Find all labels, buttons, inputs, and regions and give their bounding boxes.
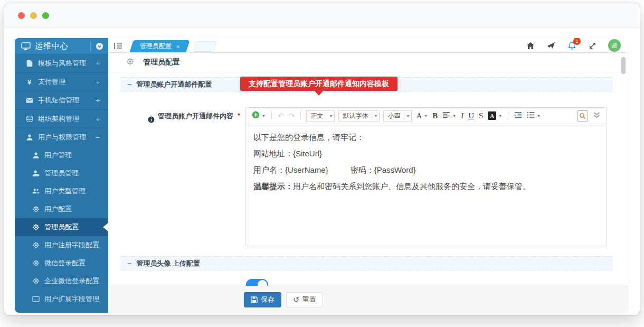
scrollbar-thumb[interactable] xyxy=(621,57,626,74)
chevron-circle-down-icon xyxy=(96,42,103,50)
sidebar-item-label: 用户注册字段配置 xyxy=(44,240,108,250)
sidebar-item-0[interactable]: 模板与风格管理+ xyxy=(15,54,108,72)
home-button[interactable] xyxy=(526,41,535,50)
save-button[interactable]: 保存 xyxy=(244,292,281,307)
sidebar-item-2[interactable]: 手机短信管理+ xyxy=(15,91,108,109)
notifications-button[interactable]: 1 xyxy=(567,41,576,50)
preview-button[interactable] xyxy=(575,110,590,122)
email-content-field-row: 管理员账户开通邮件内容 * ▼↶↷正文▼默认字体▼小四▼A▼B▼IUSA▼▼ 以… xyxy=(108,107,628,246)
italic-button[interactable]: I xyxy=(459,110,465,122)
clear-cache-button[interactable] xyxy=(546,41,556,50)
toggle-knob xyxy=(258,280,267,286)
collapse-icon: − xyxy=(96,134,100,142)
editor-line: 网站地址：{SiteUrl} xyxy=(253,145,599,162)
indent-button[interactable] xyxy=(513,110,524,122)
zoom-window-button[interactable] xyxy=(42,12,49,19)
add-circle-icon xyxy=(252,111,260,121)
sidebar-item-label: 手机短信管理 xyxy=(38,96,96,105)
reset-label: 重置 xyxy=(302,295,316,304)
font-size-select[interactable]: 小四▼ xyxy=(383,110,412,122)
sidebar-item-5[interactable]: 用户管理 xyxy=(15,146,108,164)
card-icon xyxy=(32,295,40,303)
toolbar-separator xyxy=(300,111,301,120)
more-tools-button[interactable] xyxy=(591,110,602,122)
sidebar-item-1[interactable]: ¥支付管理+ xyxy=(15,72,108,91)
sidebar-item-12[interactable]: 企业微信登录配置 xyxy=(15,272,108,290)
sidebar-item-label: 微信登录配置 xyxy=(44,258,108,268)
avatar-upload-toggle[interactable] xyxy=(246,279,268,286)
sidebar-item-4[interactable]: 用户与权限管理− xyxy=(15,128,108,146)
highlight-button[interactable]: A▼ xyxy=(486,110,504,122)
sidebar-item-8[interactable]: 用户配置 xyxy=(15,200,108,218)
app-window: 运维中心 模板与风格管理+¥支付管理+手机短信管理+组织架构管理+用户与权限管理… xyxy=(4,3,640,315)
reset-button[interactable]: ↺ 重置 xyxy=(286,292,323,307)
paragraph-select[interactable]: 正文▼ xyxy=(306,110,335,122)
page-header: 管理员配置 xyxy=(108,53,628,72)
list-button[interactable]: ▼ xyxy=(525,110,542,122)
yen-icon: ¥ xyxy=(25,78,33,86)
main-panel: 管理员配置 × 1 xyxy=(108,38,628,313)
gear-icon xyxy=(32,223,40,231)
sidebar-item-label: 模板与风格管理 xyxy=(38,59,96,68)
new-tab-placeholder[interactable] xyxy=(193,41,217,52)
sidebar-item-7[interactable]: 用户类型管理 xyxy=(15,182,108,200)
collapse-icon: − xyxy=(127,80,131,89)
sidebar-item-label: 用户管理 xyxy=(44,151,108,160)
gear-icon xyxy=(32,205,40,213)
sidebar-collapse-all-button[interactable] xyxy=(90,41,108,51)
tab-close-icon[interactable]: × xyxy=(176,43,179,50)
expand-icon: + xyxy=(96,115,100,123)
sidebar-toggle-button[interactable] xyxy=(112,41,124,51)
bold-button[interactable]: B xyxy=(431,110,439,122)
sidebar-item-label: 支付管理 xyxy=(38,77,96,87)
sidebar-item-label: 企业微信登录配置 xyxy=(44,276,108,286)
outdent-icon xyxy=(114,42,122,50)
font-family-select[interactable]: 默认字体▼ xyxy=(338,110,380,122)
tabs-bar: 管理员配置 × 1 xyxy=(108,38,628,53)
monitor-icon xyxy=(21,42,31,50)
section-avatar-upload[interactable]: − 管理员头像 上传配置 xyxy=(120,256,613,270)
app-frame: 运维中心 模板与风格管理+¥支付管理+手机短信管理+组织架构管理+用户与权限管理… xyxy=(15,38,628,313)
sidebar-item-11[interactable]: 微信登录配置 xyxy=(15,254,108,272)
chevrons-down-icon xyxy=(593,111,601,121)
strike-button[interactable]: S xyxy=(477,110,485,122)
insert-button[interactable]: ▼ xyxy=(250,110,267,122)
sidebar-item-label: 用户类型管理 xyxy=(44,186,108,196)
sidebar-item-label: 用户配置 xyxy=(44,204,108,214)
file-icon xyxy=(25,59,33,67)
sidebar-item-6[interactable]: 管理员管理 xyxy=(15,164,108,182)
sidebar-item-13[interactable]: 用户扩展字段管理 xyxy=(15,290,108,308)
undo-button[interactable]: ↶ xyxy=(276,110,286,122)
sidebar-item-3[interactable]: 组织架构管理+ xyxy=(15,109,108,128)
close-window-button[interactable] xyxy=(18,12,25,19)
redo-button[interactable]: ↷ xyxy=(287,110,297,122)
envelope-icon xyxy=(25,97,33,105)
notification-badge: 1 xyxy=(573,38,581,45)
sidebar: 运维中心 模板与风格管理+¥支付管理+手机短信管理+组织架构管理+用户与权限管理… xyxy=(15,38,108,313)
font-color-button[interactable]: A▼ xyxy=(414,110,429,122)
user-badge-icon xyxy=(32,170,40,177)
sidebar-item-10[interactable]: 用户注册字段配置 xyxy=(15,236,108,254)
section-title: 管理员头像 上传配置 xyxy=(136,259,200,268)
sidebar-item-9[interactable]: 管理员配置 xyxy=(15,218,108,236)
gear-icon xyxy=(126,58,134,68)
fullscreen-button[interactable] xyxy=(588,41,597,50)
sidebar-menu: 模板与风格管理+¥支付管理+手机短信管理+组织架构管理+用户与权限管理−用户管理… xyxy=(15,54,108,308)
floppy-icon xyxy=(251,296,258,303)
indent-icon xyxy=(514,111,522,121)
user-avatar[interactable]: 超 xyxy=(608,39,621,52)
minimize-window-button[interactable] xyxy=(30,12,37,19)
gear-icon xyxy=(32,241,40,249)
align-button[interactable]: ▼ xyxy=(441,110,458,122)
editor-toolbar: ▼↶↷正文▼默认字体▼小四▼A▼B▼IUSA▼▼ xyxy=(246,108,607,124)
rich-text-editor: ▼↶↷正文▼默认字体▼小四▼A▼B▼IUSA▼▼ 以下是您的登录信息，请牢记： … xyxy=(245,107,607,246)
toolbar-separator xyxy=(271,111,272,120)
save-label: 保存 xyxy=(261,295,274,304)
editor-content[interactable]: 以下是您的登录信息，请牢记： 网站地址：{SiteUrl} 用户名：{UserN… xyxy=(246,124,607,246)
tab-admin-config[interactable]: 管理员配置 × xyxy=(129,40,190,52)
underline-button[interactable]: U xyxy=(467,110,476,122)
user-icon xyxy=(25,134,33,142)
user-icon xyxy=(32,152,40,160)
app-title: 运维中心 xyxy=(35,41,90,51)
layers-icon xyxy=(25,115,33,123)
